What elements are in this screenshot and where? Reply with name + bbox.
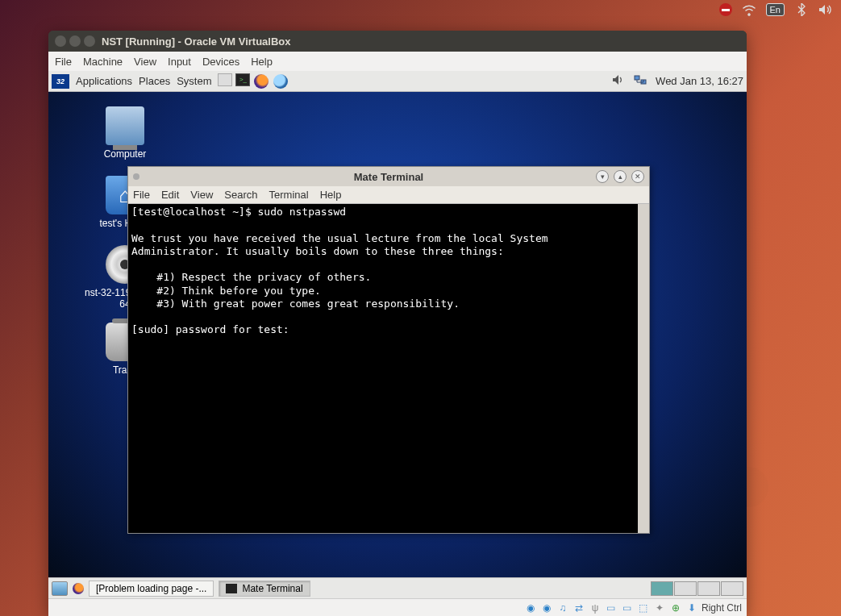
guest-taskbar: [Problem loading page -... Mate Terminal — [48, 577, 747, 598]
status-shared-folders-icon[interactable]: ▭ — [605, 602, 618, 614]
terminal-menubar: File Edit View Search Terminal Help — [128, 186, 649, 204]
workspace-switcher[interactable] — [651, 581, 743, 596]
sound-icon[interactable] — [612, 74, 625, 88]
terminal-menu-file[interactable]: File — [133, 189, 150, 201]
show-desktop-icon[interactable] — [52, 581, 68, 596]
status-display-icon[interactable]: ▭ — [621, 602, 634, 614]
volume-icon[interactable] — [818, 2, 833, 17]
firefox-icon[interactable] — [253, 73, 269, 89]
thunderbird-icon[interactable] — [273, 73, 289, 89]
guest-screen: 32 Applications Places System >_ Wed Jan… — [48, 71, 747, 598]
svg-rect-0 — [635, 76, 639, 80]
terminal-scrollbar[interactable] — [638, 204, 649, 533]
no-entry-icon[interactable] — [719, 3, 732, 16]
guest-menu-system[interactable]: System — [177, 75, 211, 87]
status-vrde-icon[interactable]: ✦ — [653, 602, 666, 614]
status-hdd-icon[interactable]: ◉ — [524, 602, 537, 614]
terminal-title: Mate Terminal — [354, 171, 423, 183]
virtualbox-statusbar: ◉ ◉ ♫ ⇄ ψ ▭ ▭ ⬚ ✦ ⊕ ⬇ Right Ctrl — [48, 598, 747, 616]
status-hostkey-label: Right Ctrl — [702, 602, 742, 614]
close-button[interactable] — [55, 35, 66, 47]
status-guest-additions-icon[interactable]: ⊕ — [669, 602, 682, 614]
terminal-menu-edit[interactable]: Edit — [161, 189, 179, 201]
vbox-menu-input[interactable]: Input — [168, 56, 191, 68]
vbox-menu-machine[interactable]: Machine — [83, 56, 123, 68]
status-hostkey-icon[interactable]: ⬇ — [685, 602, 698, 614]
wifi-icon[interactable] — [742, 2, 756, 17]
terminal-menu-icon[interactable] — [133, 173, 139, 180]
host-top-panel: En — [711, 0, 841, 19]
minimize-button[interactable] — [69, 35, 81, 47]
file-manager-icon[interactable] — [218, 73, 232, 86]
terminal-menu-view[interactable]: View — [190, 189, 213, 201]
virtualbox-window: NST [Running] - Oracle VM VirtualBox Fil… — [48, 31, 747, 616]
status-network-icon[interactable]: ⇄ — [572, 602, 585, 614]
vbox-menu-file[interactable]: File — [55, 56, 72, 68]
terminal-window: Mate Terminal ▾ ▴ ✕ File Edit View Searc… — [127, 166, 650, 534]
taskbar-item-label: [Problem loading page -... — [96, 583, 206, 594]
virtualbox-menubar: File Machine View Input Devices Help — [48, 52, 747, 71]
desktop-icon-computer[interactable]: Computer — [89, 106, 161, 160]
workspace-3[interactable] — [697, 581, 720, 596]
terminal-menu-terminal[interactable]: Terminal — [269, 189, 309, 201]
terminal-titlebar[interactable]: Mate Terminal ▾ ▴ ✕ — [128, 167, 649, 186]
guest-clock[interactable]: Wed Jan 13, 16:27 — [656, 75, 743, 87]
terminal-close-button[interactable]: ✕ — [631, 170, 644, 183]
terminal-menu-search[interactable]: Search — [224, 189, 257, 201]
desktop-icon-label: Computer — [89, 148, 161, 160]
status-usb-icon[interactable]: ψ — [589, 602, 602, 614]
taskbar-item-label: Mate Terminal — [242, 583, 302, 594]
computer-icon — [106, 106, 144, 145]
workspace-2[interactable] — [674, 581, 697, 596]
terminal-minimize-button[interactable]: ▾ — [596, 170, 609, 183]
firefox-task-icon[interactable] — [73, 583, 84, 594]
terminal-body[interactable]: [test@localhost ~]$ sudo nstpasswd We tr… — [128, 204, 649, 533]
bluetooth-icon[interactable] — [794, 2, 809, 17]
keyboard-lang-indicator[interactable]: En — [766, 3, 785, 16]
workspace-1[interactable] — [651, 581, 673, 596]
vbox-menu-devices[interactable]: Devices — [202, 56, 239, 68]
guest-menu-places[interactable]: Places — [139, 75, 170, 87]
vbox-menu-view[interactable]: View — [134, 56, 156, 68]
workspace-4[interactable] — [721, 581, 743, 596]
terminal-task-icon — [226, 584, 237, 593]
maximize-button[interactable] — [84, 35, 95, 47]
terminal-menu-help[interactable]: Help — [320, 189, 342, 201]
taskbar-item-firefox[interactable]: [Problem loading page -... — [89, 581, 214, 597]
status-optical-icon[interactable]: ◉ — [540, 602, 553, 614]
virtualbox-titlebar[interactable]: NST [Running] - Oracle VM VirtualBox — [48, 31, 747, 52]
taskbar-item-terminal[interactable]: Mate Terminal — [219, 581, 310, 597]
status-audio-icon[interactable]: ♫ — [556, 602, 569, 614]
guest-menu-applications[interactable]: Applications — [76, 75, 132, 87]
terminal-launcher-icon[interactable]: >_ — [235, 73, 250, 86]
network-icon[interactable] — [633, 74, 647, 88]
status-recording-icon[interactable]: ⬚ — [637, 602, 650, 614]
virtualbox-title: NST [Running] - Oracle VM VirtualBox — [102, 35, 291, 48]
terminal-maximize-button[interactable]: ▴ — [614, 170, 627, 183]
guest-top-panel: 32 Applications Places System >_ Wed Jan… — [48, 71, 747, 92]
nst-logo-icon[interactable]: 32 — [52, 74, 69, 89]
vbox-menu-help[interactable]: Help — [251, 56, 273, 68]
